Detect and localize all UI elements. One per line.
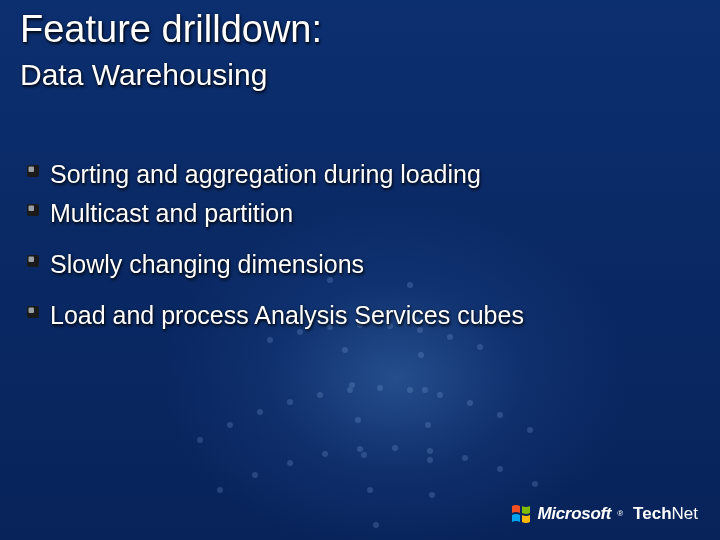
svg-point-7 — [407, 387, 413, 393]
bullet-item: Multicast and partition — [26, 197, 690, 230]
svg-rect-52 — [29, 308, 35, 314]
svg-point-29 — [477, 344, 483, 350]
technet-wordmark: TechNet — [633, 504, 698, 524]
svg-point-17 — [392, 445, 398, 451]
svg-point-32 — [342, 347, 348, 353]
bullet-item: Slowly changing dimensions — [26, 248, 690, 281]
slide-subtitle: Data Warehousing — [20, 58, 267, 93]
bullet-text: Sorting and aggregation during loading — [50, 158, 481, 191]
svg-point-0 — [197, 437, 203, 443]
svg-point-4 — [317, 392, 323, 398]
svg-point-44 — [429, 492, 435, 498]
svg-point-1 — [227, 422, 233, 428]
svg-point-12 — [217, 487, 223, 493]
technet-rest: Net — [672, 504, 698, 523]
svg-point-37 — [373, 522, 379, 528]
bullet-text: Load and process Analysis Services cubes — [50, 299, 524, 332]
svg-point-10 — [497, 412, 503, 418]
bullet-icon — [26, 305, 40, 319]
svg-point-18 — [427, 448, 433, 454]
svg-point-36 — [367, 487, 373, 493]
svg-point-42 — [425, 422, 431, 428]
svg-point-16 — [357, 446, 363, 452]
svg-point-20 — [497, 466, 503, 472]
svg-point-8 — [437, 392, 443, 398]
svg-point-33 — [349, 382, 355, 388]
svg-rect-46 — [29, 167, 35, 173]
svg-rect-48 — [29, 206, 35, 212]
svg-point-15 — [322, 451, 328, 457]
bullet-item: Load and process Analysis Services cubes — [26, 299, 690, 332]
svg-point-19 — [462, 455, 468, 461]
svg-point-2 — [257, 409, 263, 415]
bullet-list: Sorting and aggregation during loadingMu… — [26, 158, 690, 338]
svg-point-14 — [287, 460, 293, 466]
bullet-icon — [26, 254, 40, 268]
bullet-text: Multicast and partition — [50, 197, 293, 230]
svg-point-5 — [347, 387, 353, 393]
svg-point-13 — [252, 472, 258, 478]
svg-point-43 — [427, 457, 433, 463]
bullet-icon — [26, 203, 40, 217]
footer-logo: Microsoft ® TechNet — [511, 504, 698, 524]
microsoft-wordmark: Microsoft — [537, 504, 611, 524]
svg-point-9 — [467, 400, 473, 406]
svg-rect-50 — [29, 257, 35, 263]
microsoft-flag-icon — [511, 504, 531, 524]
svg-point-34 — [355, 417, 361, 423]
bullet-icon — [26, 164, 40, 178]
technet-strong: Tech — [633, 504, 671, 523]
svg-point-35 — [361, 452, 367, 458]
svg-point-3 — [287, 399, 293, 405]
bullet-item: Sorting and aggregation during loading — [26, 158, 690, 191]
svg-point-40 — [418, 352, 424, 358]
slide: Feature drilldown: Data Warehousing Sort… — [0, 0, 720, 540]
svg-point-11 — [527, 427, 533, 433]
registered-mark: ® — [617, 509, 623, 518]
svg-point-6 — [377, 385, 383, 391]
bullet-text: Slowly changing dimensions — [50, 248, 364, 281]
svg-point-21 — [532, 481, 538, 487]
slide-title: Feature drilldown: — [20, 8, 322, 52]
svg-point-41 — [422, 387, 428, 393]
